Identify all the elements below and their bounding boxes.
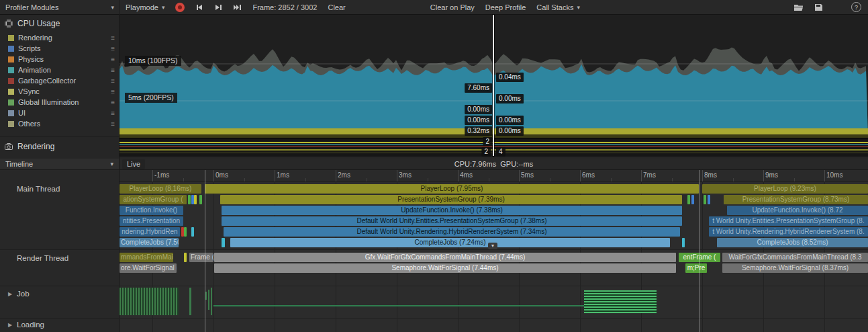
drag-handle-icon[interactable]: ≡ <box>111 67 115 74</box>
thread-group-loading[interactable]: ▶ Loading <box>8 321 44 329</box>
job-block[interactable] <box>119 288 179 315</box>
section-separator <box>119 249 868 250</box>
timeline-view-label: Timeline <box>5 160 33 168</box>
legend-item-garbagecollector[interactable]: GarbageCollector≡ <box>0 75 119 86</box>
playhead-line[interactable] <box>493 15 494 156</box>
previous-frame-button[interactable] <box>190 0 209 15</box>
timeline-bar[interactable]: Frame ( <box>189 253 213 262</box>
clear-button[interactable]: Clear <box>322 0 350 15</box>
legend-item-physics[interactable]: Physics≡ <box>0 54 119 65</box>
timeline-bar[interactable]: PresentationSystemGroup (7.39ms) <box>220 195 682 204</box>
legend-label: VSync <box>18 87 107 95</box>
deep-profile-toggle[interactable]: Deep Profile <box>480 0 532 15</box>
timeline-tracks[interactable]: PlayerLoop (8,16ms)PlayerLoop (7.95ms)Pl… <box>119 182 868 332</box>
timeline-bar[interactable]: WaitForGfxCommandsFromMainThread (8.3 <box>722 253 868 262</box>
timeline-bar[interactable]: Gfx.WaitForGfxCommandsFromMainThread (7.… <box>214 253 676 262</box>
ruler-tick <box>580 170 581 182</box>
next-frame-button[interactable] <box>209 0 228 15</box>
legend-color-swatch <box>8 67 14 73</box>
timeline-bar[interactable]: PlayerLoop (8,16ms) <box>119 184 201 194</box>
bar-fragment[interactable] <box>222 238 225 247</box>
job-block[interactable] <box>211 288 212 315</box>
timeline-view-dropdown[interactable]: Timeline ▾ <box>0 159 119 170</box>
record-button[interactable] <box>170 0 190 15</box>
job-block[interactable] <box>208 290 209 310</box>
timeline-bar[interactable]: t World Unity.Entities.PresentationSyste… <box>709 216 868 226</box>
drag-handle-icon[interactable]: ≡ <box>111 99 115 106</box>
bar-fragment[interactable] <box>708 195 710 204</box>
timeline-bar[interactable]: Semaphore.WaitForSignal (7.44ms) <box>214 263 676 273</box>
timeline-bar[interactable]: Semaphore.WaitForSignal (8.37ms) <box>722 263 868 273</box>
call-stacks-dropdown[interactable]: Call Stacks ▾ <box>531 0 585 15</box>
expand-marker[interactable]: ▼ <box>488 243 497 249</box>
bar-fragment[interactable] <box>682 238 685 247</box>
thread-group-job[interactable]: ▶ Job <box>8 290 30 298</box>
timeline-bar[interactable]: ntities.Presentation <box>119 216 183 226</box>
time-ruler[interactable]: -1ms0ms1ms2ms3ms4ms5ms6ms7ms8ms9ms10ms <box>119 170 868 182</box>
timeline-bar[interactable]: UpdateFunction.Invoke() (7.38ms) <box>222 206 682 215</box>
playmode-label: Playmode <box>126 3 158 11</box>
timeline-bar[interactable]: UpdateFunction.Invoke() (8.72 <box>727 206 868 215</box>
drag-handle-icon[interactable]: ≡ <box>111 34 115 42</box>
legend-item-ui[interactable]: UI≡ <box>0 108 119 118</box>
timeline-bar[interactable]: entFrame ( <box>679 253 720 262</box>
thread-group-main-thread[interactable]: Main Thread <box>8 185 60 193</box>
legend-color-swatch <box>8 121 14 127</box>
help-button[interactable]: ? <box>846 0 867 15</box>
timeline-bar[interactable]: ndering.HybridRen <box>119 227 180 237</box>
load-profile-button[interactable] <box>788 0 809 15</box>
bar-fragment[interactable] <box>199 195 202 204</box>
legend-item-vsync[interactable]: VSync≡ <box>0 86 119 97</box>
timeline-bar[interactable]: CompleteJobs (7.24ms) <box>230 238 670 247</box>
drag-handle-icon[interactable]: ≡ <box>111 88 115 95</box>
timeline-bar[interactable]: Default World Unity.Entities.Presentatio… <box>222 216 682 226</box>
job-block[interactable] <box>189 288 191 315</box>
profiler-modules-dropdown[interactable]: Profiler Modules ▾ <box>0 0 119 15</box>
timeline-bar[interactable]: mmandsFromMain <box>119 253 173 262</box>
timeline-bar[interactable]: PlayerLoop (9.23ms) <box>702 184 868 194</box>
bar-fragment[interactable] <box>188 195 191 204</box>
timeline-bar[interactable]: CompleteJobs (8.52ms) <box>717 238 868 247</box>
rendering-module-header[interactable]: Rendering <box>0 137 119 155</box>
skip-to-end-icon <box>233 4 242 11</box>
ruler-tick-label: 10ms <box>826 171 842 179</box>
timeline-bar[interactable]: PresentationSystemGroup (8.73ms) <box>724 195 868 204</box>
drag-handle-icon[interactable]: ≡ <box>111 110 115 117</box>
bar-fragment[interactable] <box>184 253 187 262</box>
timeline-bar[interactable]: ore.WaitForSignal ( <box>119 263 177 273</box>
timeline-bar[interactable]: t World Unity.Rendering.HybridRendererSy… <box>709 227 868 237</box>
timeline-bar[interactable]: Default World Unity.Rendering.HybridRend… <box>224 227 680 237</box>
bar-fragment[interactable] <box>687 195 690 204</box>
ruler-tick-label: 8ms <box>704 171 717 179</box>
legend-item-scripts[interactable]: Scripts≡ <box>0 43 119 54</box>
timeline-bar[interactable]: ationSystemGroup ( <box>119 195 187 204</box>
cpu-usage-module-header[interactable]: CPU Usage <box>0 15 119 32</box>
timeline-bar[interactable]: PlayerLoop (7.95ms) <box>205 184 699 194</box>
save-profile-button[interactable] <box>809 0 828 15</box>
bar-fragment[interactable] <box>704 195 706 204</box>
legend-item-others[interactable]: Others≡ <box>0 118 119 129</box>
bar-fragment[interactable] <box>691 195 694 204</box>
thread-group-render-thread[interactable]: Render Thread <box>8 254 68 262</box>
drag-handle-icon[interactable]: ≡ <box>111 120 115 128</box>
legend-item-global-illumination[interactable]: Global Illumination≡ <box>0 97 119 108</box>
bar-fragment[interactable] <box>184 227 187 237</box>
legend-label: Physics <box>18 55 107 63</box>
drag-handle-icon[interactable]: ≡ <box>111 45 115 52</box>
drag-handle-icon[interactable]: ≡ <box>111 56 115 63</box>
playmode-dropdown[interactable]: Playmode ▾ <box>120 0 170 15</box>
job-block[interactable] <box>205 292 207 300</box>
bar-fragment[interactable] <box>191 227 194 237</box>
job-block[interactable] <box>584 290 657 313</box>
timeline-bar[interactable]: m;Pre <box>685 263 707 273</box>
clear-on-play-toggle[interactable]: Clear on Play <box>425 0 480 15</box>
legend-color-swatch <box>8 110 14 116</box>
legend-item-rendering[interactable]: Rendering≡ <box>0 32 119 43</box>
timeline-bar[interactable]: CompleteJobs (7.50 <box>119 238 179 247</box>
job-block[interactable] <box>213 305 584 306</box>
legend-item-animation[interactable]: Animation≡ <box>0 65 119 75</box>
drag-handle-icon[interactable]: ≡ <box>111 77 115 85</box>
current-frame-button[interactable] <box>228 0 247 15</box>
timeline-bar[interactable]: Function.Invoke() <box>119 206 183 215</box>
bar-fragment[interactable] <box>194 195 197 204</box>
